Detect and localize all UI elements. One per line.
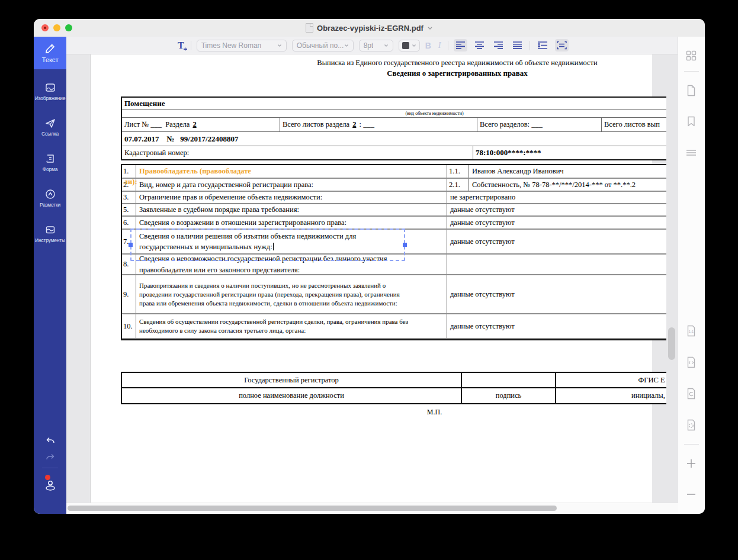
rightholder-label: Правообладатель (правообладате: [139, 166, 251, 176]
doc-header-line2: Сведения о зарегистрированных правах: [90, 69, 666, 78]
object-info-table: Помещение (вид объекта недвижимости) Лис…: [121, 96, 666, 160]
fgis-cell: ФГИС Е: [556, 373, 666, 387]
chevron-down-icon: [412, 44, 416, 47]
sidebar-item-label: Разметки: [40, 202, 60, 208]
sidebar-item-label: Текст: [42, 56, 59, 63]
pdf-page-content: Выписка из Единого государственного реес…: [90, 54, 666, 503]
empty-cell: [462, 373, 556, 387]
sidebar-item-markup[interactable]: Разметки: [34, 188, 66, 208]
table-row: 1. Правообладатель (правообладате 1.1. И…: [122, 165, 666, 179]
view-panel: 1:1: [678, 37, 705, 514]
align-center-button[interactable]: [473, 39, 486, 52]
sidebar-divider: [42, 468, 58, 468]
sheets-total-cell: Всего листов раздела 2 : ___: [280, 118, 477, 131]
font-size-select[interactable]: 8pt: [359, 40, 393, 52]
image-icon: [44, 82, 56, 94]
actual-size-icon[interactable]: 1:1: [685, 324, 698, 337]
cadastral-value-cell: 78:10:000****:****: [473, 146, 666, 159]
doc-header-line1: Выписка из Единого государственного реес…: [90, 59, 666, 67]
text-selection-box[interactable]: [130, 228, 405, 261]
thumbnails-grid-icon[interactable]: [685, 50, 698, 62]
panel-divider: [684, 71, 699, 72]
page-title: Obrazec-vypiski-iz-EGRN.pdf: [317, 24, 423, 33]
account-button[interactable]: [34, 477, 66, 495]
align-justify-button[interactable]: [511, 39, 524, 52]
toolbar-divider: [530, 41, 530, 50]
align-right-button[interactable]: [492, 39, 505, 52]
outline-icon[interactable]: [685, 148, 698, 157]
fullscreen-icon[interactable]: [685, 419, 698, 432]
resize-handle-left[interactable]: [129, 243, 133, 247]
sidebar-item-form[interactable]: Форма: [34, 153, 66, 172]
toolbar-divider: [191, 41, 191, 50]
panel-divider: [684, 444, 699, 445]
markup-icon: [44, 188, 56, 200]
object-kind-caption: (вид объекта недвижимости): [122, 110, 666, 117]
sidebar-item-label: Инструменты: [35, 237, 65, 243]
notification-badge: [45, 475, 50, 480]
document-viewport: Выписка из Единого государственного реес…: [66, 54, 678, 503]
resize-handle-right[interactable]: [403, 243, 407, 247]
sidebar-item-text[interactable]: Текст: [34, 37, 66, 69]
horizontal-scrollbar-track[interactable]: [66, 503, 678, 514]
sidebar-item-label: Ссылка: [41, 131, 59, 137]
add-text-button[interactable]: T: [177, 40, 185, 51]
zoom-out-icon[interactable]: [685, 489, 698, 500]
paragraph-style-value: Обычный по...: [297, 41, 344, 50]
table-row: 10. Сведения об осуществлении государств…: [122, 314, 666, 339]
chevron-down-icon: [384, 44, 389, 47]
align-left-button[interactable]: [454, 39, 467, 52]
form-icon: [44, 153, 56, 165]
font-size-value: 8pt: [364, 41, 374, 50]
tools-sidebar: Текст Изображение Ссылка Форма Разметки: [34, 37, 66, 514]
sidebar-item-label: Форма: [43, 166, 58, 172]
continuous-scroll-icon[interactable]: [685, 387, 698, 400]
table-row: 5. Заявленные в судебном порядке права т…: [122, 204, 666, 217]
desktop-background: Obrazec-vypiski-iz-EGRN.pdf Текст Изобра…: [0, 0, 738, 560]
redo-button[interactable]: [34, 451, 66, 463]
chevron-down-icon: [344, 44, 349, 47]
zoom-in-icon[interactable]: [685, 458, 698, 469]
position-cell: полное наименование должности: [122, 388, 462, 403]
wrapped-orange-text: ли):: [124, 178, 137, 186]
extract-sheets-cell: Всего листов вып: [602, 118, 666, 131]
document-icon: [306, 23, 313, 33]
sheet-number-cell: Лист № ___ Раздела 2: [122, 118, 280, 131]
date-number-cell: 07.07.2017 № 99/2017/22408807: [122, 132, 666, 146]
text-color-select[interactable]: [399, 40, 420, 52]
chevron-down-icon: [277, 44, 282, 47]
sidebar-item-link[interactable]: Ссылка: [34, 117, 66, 137]
table-row: 2. Вид, номер и дата государственной рег…: [122, 179, 666, 192]
bold-button[interactable]: B: [425, 41, 431, 50]
initials-cell: инициалы, ф: [556, 388, 666, 403]
undo-button[interactable]: [34, 435, 66, 446]
italic-button[interactable]: I: [437, 41, 443, 50]
text-frame-button[interactable]: [555, 39, 569, 52]
title-chevron-down-icon[interactable]: [427, 26, 433, 30]
object-type-cell: Помещение: [122, 98, 666, 109]
font-family-select[interactable]: Times New Roman: [197, 40, 287, 52]
sign-cell: подпись: [462, 388, 556, 403]
line-spacing-button[interactable]: [535, 39, 550, 52]
sidebar-item-image[interactable]: Изображение: [34, 82, 66, 101]
rights-table: ли): 1. Правообладатель (правообладате 1…: [121, 164, 666, 340]
pencil-icon: [44, 43, 56, 54]
paper-plane-icon: [44, 117, 56, 129]
table-row: 3. Ограничение прав и обременение объект…: [122, 192, 666, 204]
single-page-icon[interactable]: [685, 84, 698, 97]
font-family-value: Times New Roman: [201, 41, 262, 50]
signature-table: Государственный регистратор ФГИС Е полно…: [121, 372, 666, 404]
fit-width-icon[interactable]: [685, 356, 698, 369]
paragraph-style-select[interactable]: Обычный по...: [292, 40, 354, 52]
vertical-scrollbar-thumb[interactable]: [668, 327, 675, 360]
stamp-placeholder: М.П.: [121, 408, 666, 417]
svg-text:1:1: 1:1: [689, 330, 694, 333]
table-row: 9. Правопритязания и сведения о наличии …: [122, 275, 666, 314]
titlebar: Obrazec-vypiski-iz-EGRN.pdf: [34, 19, 705, 37]
toolbar-divider: [448, 41, 448, 50]
text-format-toolbar: T Times New Roman Обычный по... 8pt B I: [66, 37, 678, 54]
cadastral-label-cell: Кадастровый номер:: [122, 146, 473, 159]
bookmark-icon[interactable]: [685, 115, 698, 127]
sidebar-item-tools[interactable]: Инструменты: [34, 224, 66, 243]
horizontal-scrollbar-thumb[interactable]: [68, 506, 557, 511]
